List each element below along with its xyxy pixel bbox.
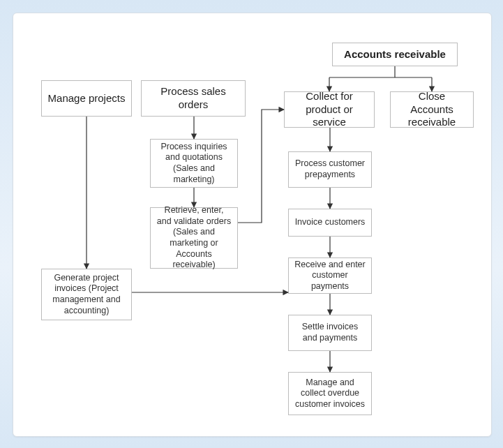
connectors-svg xyxy=(13,13,491,436)
node-retrieve-orders: Retrieve, enter, and validate orders (Sa… xyxy=(150,207,238,269)
node-accounts-receivable: Accounts receivable xyxy=(332,43,458,66)
node-receive-payments: Receive and enter customer payments xyxy=(288,257,372,294)
diagram-panel: Accounts receivable Manage projects Proc… xyxy=(13,13,492,437)
node-process-inquiries: Process inquiries and quotations (Sales … xyxy=(150,139,238,188)
node-settle-invoices: Settle invoices and payments xyxy=(288,315,372,351)
node-process-prepayments: Process customer prepayments xyxy=(288,151,372,188)
node-manage-overdue: Manage and collect overdue customer invo… xyxy=(288,372,372,415)
node-close-accounts: Close Accounts receivable xyxy=(390,91,474,128)
node-invoice-customers: Invoice customers xyxy=(288,209,372,237)
node-collect-for-product: Collect for product or service xyxy=(284,91,375,128)
node-process-sales-orders: Process sales orders xyxy=(141,80,246,117)
node-generate-invoices: Generate project invoices (Project manag… xyxy=(41,269,132,320)
node-manage-projects: Manage projects xyxy=(41,80,132,117)
